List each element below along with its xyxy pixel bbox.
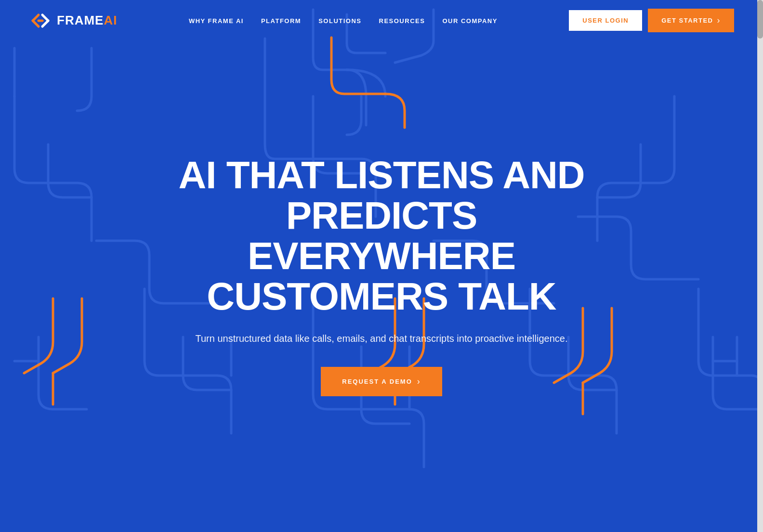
nav-link-resources[interactable]: RESOURCES — [379, 17, 425, 25]
demo-button-label: REQUEST A DEMO — [342, 378, 412, 385]
nav-links: WHY FRAME AI PLATFORM SOLUTIONS RESOURCE… — [189, 16, 498, 25]
logo-icon — [29, 9, 52, 32]
demo-button-arrow: › — [417, 376, 421, 387]
nav-item-solutions[interactable]: SOLUTIONS — [318, 16, 361, 25]
hero-subtitle: Turn unstructured data like calls, email… — [160, 331, 603, 346]
logo-frame-text: FRAME — [57, 13, 104, 28]
navbar: FRAME AI WHY FRAME AI PLATFORM SOLUTIONS… — [0, 0, 763, 41]
get-started-button[interactable]: GET STARTED › — [648, 9, 734, 32]
logo[interactable]: FRAME AI — [29, 9, 117, 32]
login-button[interactable]: USER LOGIN — [569, 10, 642, 31]
nav-item-resources[interactable]: RESOURCES — [379, 16, 425, 25]
hero-section: FRAME AI WHY FRAME AI PLATFORM SOLUTIONS… — [0, 0, 763, 532]
nav-item-why-frame-ai[interactable]: WHY FRAME AI — [189, 16, 244, 25]
scrollbar-thumb[interactable] — [757, 0, 763, 39]
scrollbar[interactable] — [757, 0, 763, 532]
logo-text: FRAME AI — [57, 13, 117, 28]
nav-link-our-company[interactable]: OUR COMPANY — [442, 17, 497, 25]
nav-link-why-frame-ai[interactable]: WHY FRAME AI — [189, 17, 244, 25]
nav-actions: USER LOGIN GET STARTED › — [569, 9, 734, 32]
logo-ai-text: AI — [104, 13, 117, 28]
hero-content: AI THAT LISTENS AND PREDICTS EVERYWHERE … — [141, 155, 622, 396]
hero-title-line1: AI THAT LISTENS AND PREDICTS — [178, 154, 584, 237]
nav-item-our-company[interactable]: OUR COMPANY — [442, 16, 497, 25]
get-started-arrow: › — [717, 15, 721, 26]
nav-link-platform[interactable]: PLATFORM — [261, 17, 301, 25]
demo-button[interactable]: REQUEST A DEMO › — [321, 367, 442, 396]
hero-title-line2: EVERYWHERE CUSTOMERS TALK — [207, 234, 556, 318]
nav-item-platform[interactable]: PLATFORM — [261, 16, 301, 25]
nav-link-solutions[interactable]: SOLUTIONS — [318, 17, 361, 25]
hero-title: AI THAT LISTENS AND PREDICTS EVERYWHERE … — [160, 155, 603, 317]
get-started-label: GET STARTED — [661, 17, 713, 24]
